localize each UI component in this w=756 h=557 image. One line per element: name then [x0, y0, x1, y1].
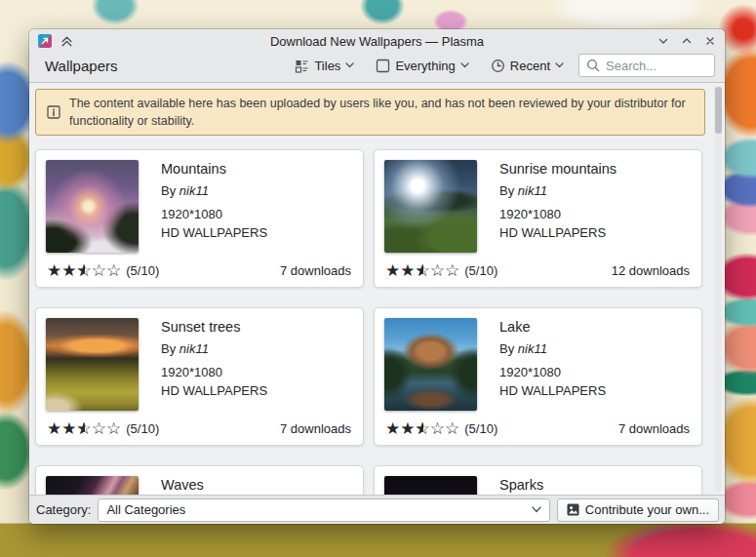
shade-icon[interactable]: [60, 35, 73, 48]
banner-text: The content available here has been uplo…: [69, 95, 694, 130]
minimize-icon[interactable]: [657, 35, 669, 47]
rating-text: (5/10): [126, 421, 159, 436]
wallpaper-thumbnail: [384, 160, 477, 253]
scrollbar-thumb[interactable]: [715, 87, 722, 134]
maximize-icon[interactable]: [681, 35, 693, 47]
star-icon: ★: [400, 420, 415, 437]
star-icon: ★: [61, 262, 76, 279]
downloads-count: 7 downloads: [280, 263, 351, 278]
wallpaper-thumbnail: [46, 318, 139, 411]
wallpaper-title: Waves: [161, 477, 353, 493]
downloads-count: 7 downloads: [618, 421, 690, 436]
wallpaper-title: Mountains: [161, 161, 353, 177]
wallpaper-card-sunrise-mountains[interactable]: Sunrise mountains By nik11 1920*1080 HD …: [374, 149, 702, 288]
wallpaper-author: By nik11: [499, 183, 692, 198]
contribute-button[interactable]: Contribute your own...: [557, 498, 719, 522]
wallpaper-card-lake[interactable]: Lake By nik11 1920*1080 HD WALLPAPERS ★★…: [374, 307, 702, 446]
info-icon: [46, 104, 61, 120]
filter-label: Everything: [395, 59, 455, 73]
star-icon: ☆: [430, 420, 445, 437]
star-icon: ☆★: [416, 262, 430, 279]
star-icon: ☆★: [416, 420, 430, 437]
wallpaper-category: HD WALLPAPERS: [499, 382, 692, 401]
search-input[interactable]: [606, 59, 707, 73]
rating-stars[interactable]: ★★☆★☆☆: [385, 262, 459, 279]
star-icon: ★: [47, 262, 61, 279]
star-icon: ★: [385, 262, 400, 279]
header-toolbar: Wallpapers Tiles Everything: [29, 53, 725, 83]
wallpaper-card-waves[interactable]: Waves By nik11: [35, 465, 364, 495]
tiles-view-icon: [295, 59, 309, 73]
wallpaper-title: Sparks: [499, 477, 692, 493]
sort-button[interactable]: Recent: [484, 56, 571, 76]
content-warning-banner: The content available here has been uplo…: [35, 89, 705, 136]
wallpaper-author: By nik11: [499, 341, 692, 356]
star-icon: ☆: [106, 262, 121, 279]
star-icon: ☆: [92, 420, 106, 437]
wallpaper-resolution: 1920*1080: [161, 206, 353, 224]
star-icon: ☆: [106, 420, 121, 437]
rating-stars[interactable]: ★★☆★☆☆: [47, 420, 121, 437]
titlebar[interactable]: Download New Wallpapers — Plasma: [29, 29, 725, 53]
search-icon: [586, 59, 600, 72]
wallpaper-title: Sunset trees: [161, 319, 353, 335]
clock-icon: [491, 59, 505, 73]
wallpaper-thumbnail: [384, 476, 477, 495]
chevron-down-icon: [555, 62, 564, 68]
star-icon: ☆: [430, 262, 445, 279]
sort-label: Recent: [510, 59, 550, 73]
download-new-wallpapers-window: Download New Wallpapers — Plasma Wallpap…: [29, 29, 725, 524]
star-icon: ★: [385, 420, 400, 437]
search-field[interactable]: [578, 54, 715, 77]
star-icon: ★: [400, 262, 415, 279]
wallpaper-category: HD WALLPAPERS: [499, 224, 692, 243]
wallpaper-title: Lake: [499, 319, 692, 335]
rating-stars[interactable]: ★★☆★☆☆: [47, 262, 121, 279]
wallpaper-author: By nik11: [161, 341, 353, 356]
star-icon: ☆★: [77, 420, 92, 437]
wallpaper-thumbnail: [384, 318, 477, 411]
star-icon: ★: [47, 420, 61, 437]
star-icon: ☆: [445, 262, 459, 279]
wallpaper-card-sunset-trees[interactable]: Sunset trees By nik11 1920*1080 HD WALLP…: [35, 307, 364, 446]
wallpaper-card-sparks[interactable]: Sparks By nik11: [374, 465, 702, 495]
content-area: The content available here has been uplo…: [29, 83, 725, 495]
page-title: Wallpapers: [45, 58, 117, 74]
wallpaper-category: HD WALLPAPERS: [161, 382, 353, 401]
filter-button[interactable]: Everything: [369, 56, 475, 76]
scrollbar[interactable]: [714, 86, 722, 492]
category-value: All Categories: [106, 502, 525, 517]
wallpaper-resolution: 1920*1080: [499, 364, 692, 382]
rating-text: (5/10): [464, 263, 497, 278]
star-icon: ☆: [92, 262, 106, 279]
rating-stars[interactable]: ★★☆★☆☆: [385, 420, 459, 437]
rating-text: (5/10): [464, 421, 497, 436]
wallpaper-author: By nik11: [161, 183, 353, 198]
app-icon: [38, 34, 52, 48]
wallpaper-grid: Mountains By nik11 1920*1080 HD WALLPAPE…: [35, 149, 725, 495]
footer-bar: Category: All Categories Contribute your…: [29, 495, 725, 524]
wallpaper-resolution: 1920*1080: [161, 364, 353, 382]
window-title: Download New Wallpapers — Plasma: [29, 34, 725, 49]
image-icon: [567, 503, 579, 516]
wallpaper-title: Sunrise mountains: [499, 161, 692, 177]
view-mode-label: Tiles: [314, 59, 340, 73]
category-combobox[interactable]: All Categories: [98, 498, 549, 522]
checkbox-icon: [376, 59, 390, 73]
star-icon: ☆: [445, 420, 459, 437]
downloads-count: 12 downloads: [612, 263, 690, 278]
category-label: Category:: [35, 502, 91, 517]
chevron-down-icon: [532, 506, 541, 513]
rating-text: (5/10): [126, 263, 159, 278]
wallpaper-thumbnail: [46, 476, 139, 495]
chevron-down-icon: [345, 62, 354, 68]
wallpaper-resolution: 1920*1080: [499, 206, 692, 224]
chevron-down-icon: [460, 62, 469, 68]
contribute-label: Contribute your own...: [585, 502, 709, 517]
downloads-count: 7 downloads: [280, 421, 351, 436]
star-icon: ☆★: [77, 262, 92, 279]
wallpaper-thumbnail: [46, 160, 139, 253]
close-icon[interactable]: [704, 35, 716, 47]
view-mode-button[interactable]: Tiles: [288, 56, 361, 76]
wallpaper-card-mountains[interactable]: Mountains By nik11 1920*1080 HD WALLPAPE…: [35, 149, 364, 288]
